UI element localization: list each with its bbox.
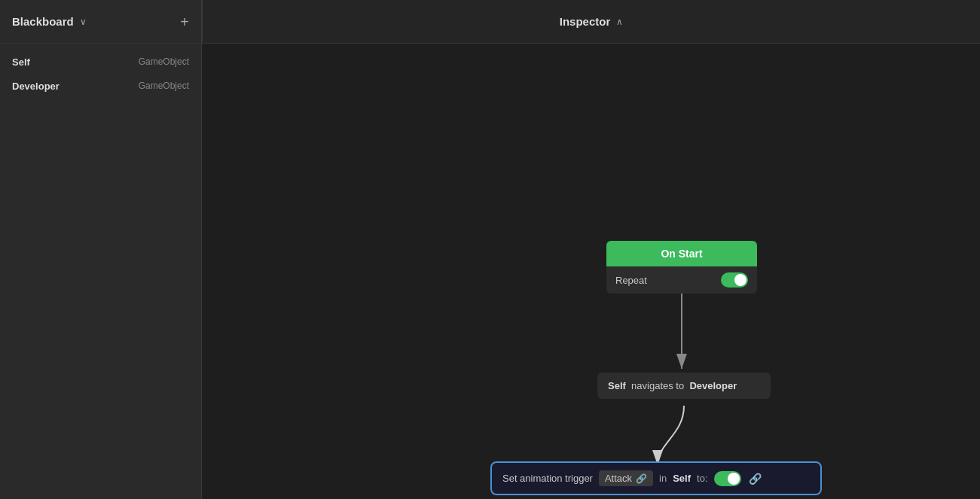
chevron-up-icon[interactable]: ∧: [616, 17, 623, 27]
anim-in-label: in: [659, 473, 667, 484]
top-bar: Blackboard ∨ + Inspector ∧: [0, 0, 980, 44]
on-start-node[interactable]: On Start Repeat: [606, 241, 757, 294]
blackboard-value-developer: GameObject: [139, 81, 189, 91]
on-start-body: Repeat: [606, 266, 757, 294]
add-blackboard-button[interactable]: +: [180, 14, 189, 29]
anim-prefix: Set animation trigger: [502, 473, 593, 484]
link-button-anim[interactable]: 🔗: [747, 471, 763, 486]
blackboard-panel: Blackboard ∨ +: [0, 0, 202, 43]
inspector-title: Inspector: [560, 15, 611, 28]
blackboard-key-self: Self: [12, 56, 30, 68]
inspector-panel: Inspector ∧: [202, 0, 980, 43]
sidebar: Self GameObject Developer GameObject: [0, 44, 202, 499]
navigate-middle: navigates to: [631, 380, 684, 391]
navigate-self: Self: [608, 380, 626, 391]
attack-label: Attack: [605, 473, 632, 484]
list-item[interactable]: Developer GameObject: [0, 74, 201, 98]
blackboard-value-self: GameObject: [139, 56, 189, 67]
anim-self-label: Self: [673, 473, 691, 484]
anim-to-label: to:: [697, 473, 707, 484]
on-start-header: On Start: [606, 241, 757, 266]
navigate-developer: Developer: [689, 380, 737, 391]
repeat-label: Repeat: [615, 275, 647, 286]
attack-pill[interactable]: Attack 🔗: [599, 470, 653, 486]
connectors-svg: [202, 44, 980, 499]
animation-body: Set animation trigger Attack 🔗 in Self t…: [490, 461, 822, 495]
connector-navigate-to-anim: [658, 406, 684, 465]
blackboard-title: Blackboard: [12, 15, 74, 28]
animation-trigger-node[interactable]: Set animation trigger Attack 🔗 in Self t…: [490, 461, 822, 495]
navigate-text: Self navigates to Developer: [608, 380, 737, 391]
chevron-down-icon[interactable]: ∨: [80, 17, 87, 27]
blackboard-key-developer: Developer: [12, 81, 60, 92]
anim-toggle[interactable]: [714, 471, 741, 486]
link-icon-attack: 🔗: [636, 473, 647, 484]
list-item[interactable]: Self GameObject: [0, 50, 201, 74]
on-start-repeat-row: Repeat: [606, 266, 757, 294]
navigate-body: Self navigates to Developer: [597, 373, 771, 399]
on-start-title: On Start: [661, 248, 702, 260]
repeat-toggle[interactable]: [721, 272, 748, 288]
navigate-node[interactable]: Self navigates to Developer: [597, 373, 771, 399]
canvas: On Start Repeat Self navigates to Develo…: [202, 44, 980, 499]
